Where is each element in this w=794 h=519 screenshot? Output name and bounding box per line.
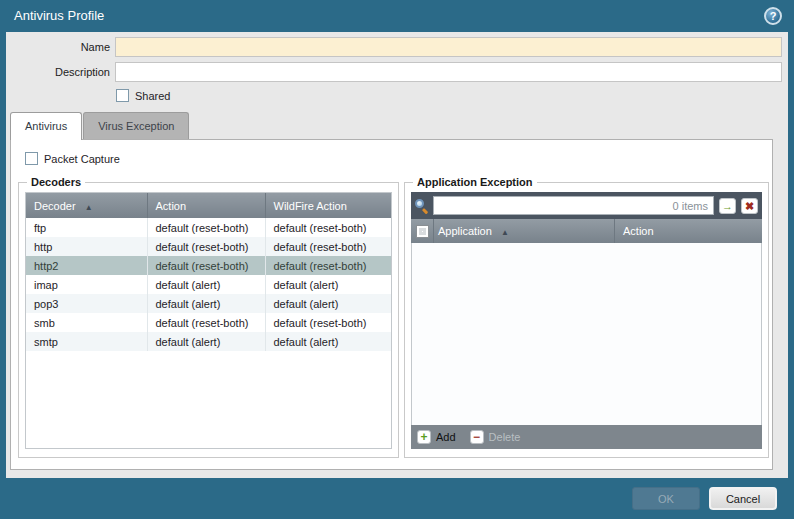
sort-asc-icon: ▲ [85,203,93,212]
description-label: Description [6,66,110,78]
table-row[interactable]: imap default (alert) default (alert) [26,275,391,294]
search-icon [415,199,428,212]
decoders-col-decoder[interactable]: Decoder ▲ [26,193,147,218]
decoders-fieldset: Decoders Decoder ▲ Action WildFire Ac [18,176,399,458]
application-toolbar: + Add − Delete [411,425,762,449]
add-icon: + [417,430,431,444]
cancel-button[interactable]: Cancel [709,487,777,510]
search-input[interactable] [434,198,673,213]
tab-virus-exception[interactable]: Virus Exception [83,112,189,139]
delete-icon: − [470,430,484,444]
dialog-titlebar: Antivirus Profile ? [0,0,794,32]
application-search-bar: 0 items → ✖ [411,192,762,219]
application-table-body-empty [411,243,762,425]
packet-capture-label: Packet Capture [44,153,120,165]
shared-checkbox[interactable] [116,89,129,102]
tab-strip: Antivirus Virus Exception [10,112,190,140]
application-table-header: Application ▲ Action [411,219,762,243]
table-row[interactable]: pop3 default (alert) default (alert) [26,294,391,313]
decoders-col-wildfire-action[interactable]: WildFire Action [265,193,391,218]
table-row-selected[interactable]: http2 default (reset-both) default (rese… [26,256,391,275]
table-row[interactable]: http default (reset-both) default (reset… [26,237,391,256]
apply-filter-icon[interactable]: → [719,198,736,214]
name-field[interactable] [115,37,782,57]
dialog-footer: OK Cancel [0,478,794,519]
shared-row: Shared [116,89,170,102]
antivirus-profile-dialog: Antivirus Profile ? Name Description Sha… [0,0,794,519]
application-exception-legend: Application Exception [413,176,537,188]
delete-button[interactable]: − Delete [470,430,521,444]
decoders-legend: Decoders [27,176,85,188]
add-button[interactable]: + Add [417,430,456,444]
action-col-header[interactable]: Action [614,219,762,243]
antivirus-tab-panel: Packet Capture Decoders Decoder ▲ [10,139,773,470]
table-row[interactable]: ftp default (reset-both) default (reset-… [26,218,391,237]
application-search-field[interactable]: 0 items [433,196,714,215]
packet-capture-row: Packet Capture [25,152,120,165]
help-icon[interactable]: ? [764,7,782,25]
application-exception-fieldset: Application Exception 0 items → ✖ [404,176,769,458]
decoders-col-action[interactable]: Action [147,193,265,218]
clear-filter-icon[interactable]: ✖ [741,198,758,214]
table-row[interactable]: smb default (reset-both) default (reset-… [26,313,391,332]
description-field[interactable] [115,62,782,82]
name-label: Name [6,41,110,53]
select-all-checkbox[interactable] [416,225,429,238]
dialog-body: Name Description Shared Antivirus Virus … [6,32,788,478]
shared-label: Shared [135,90,170,102]
tab-antivirus[interactable]: Antivirus [10,112,82,140]
packet-capture-checkbox[interactable] [25,152,38,165]
dialog-title: Antivirus Profile [14,0,104,32]
table-row[interactable]: smtp default (alert) default (alert) [26,332,391,351]
ok-button[interactable]: OK [632,487,700,510]
sort-asc-icon: ▲ [501,228,509,237]
decoders-table: Decoder ▲ Action WildFire Action ftp def… [25,192,392,449]
items-count: 0 items [673,200,713,212]
application-col-header[interactable]: Application ▲ [433,219,614,243]
